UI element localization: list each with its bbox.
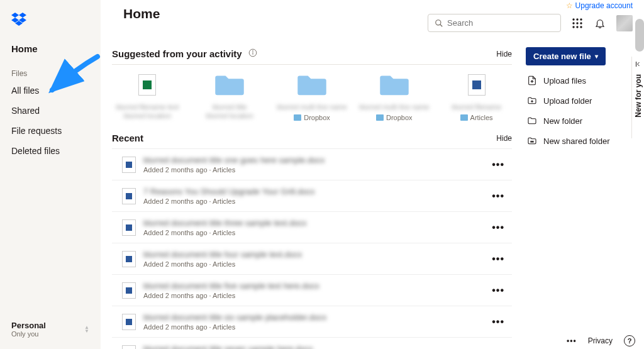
upload-folder-action[interactable]: Upload folder: [526, 91, 633, 111]
new-shared-folder-label: New shared folder: [543, 136, 610, 146]
svg-point-2: [572, 18, 574, 20]
star-icon: ☆: [566, 1, 573, 10]
recent-item[interactable]: blurred document title three sample text…: [112, 211, 512, 243]
help-icon[interactable]: ?: [624, 335, 635, 346]
scrollbar[interactable]: [635, 19, 644, 52]
new-for-you-tab[interactable]: New for you: [631, 57, 644, 138]
recent-item[interactable]: 7 Reasons You Should Upgrade Your Grill.…: [112, 180, 512, 211]
info-icon[interactable]: [248, 48, 257, 57]
page-title: Home: [112, 6, 171, 21]
word-file-icon: [122, 188, 136, 204]
suggested-item[interactable]: blurred multi line nameDropbox: [277, 71, 348, 121]
more-icon[interactable]: •••: [484, 222, 512, 233]
nav-files-label: Files: [0, 60, 101, 80]
recent-item[interactable]: blurred document title five sample text …: [112, 274, 512, 306]
nav-file-requests[interactable]: File requests: [0, 121, 101, 141]
avatar[interactable]: [616, 15, 633, 31]
search-input[interactable]: [446, 18, 554, 28]
more-icon[interactable]: •••: [484, 159, 512, 170]
create-label: Create new file: [533, 52, 591, 61]
folder-mini-icon: [460, 114, 468, 121]
nav-all-files[interactable]: All files: [0, 80, 101, 101]
svg-point-9: [576, 26, 578, 28]
privacy-link[interactable]: Privacy: [588, 336, 613, 345]
suggested-item[interactable]: blurred filenameArticles: [441, 71, 512, 121]
svg-point-7: [580, 22, 582, 24]
recent-item[interactable]: blurred document title four sample text.…: [112, 243, 512, 274]
svg-point-3: [576, 18, 578, 20]
recent-item[interactable]: blurred document title seven sample here…: [112, 337, 512, 349]
footer: ••• Privacy ?: [567, 335, 635, 346]
upgrade-link[interactable]: ☆ Upgrade account: [566, 1, 633, 10]
excel-file-icon: [138, 74, 156, 96]
apps-grid-icon[interactable]: [571, 17, 584, 30]
svg-point-6: [576, 22, 578, 24]
new-folder-icon: [527, 116, 537, 126]
sidebar: Home Files All files Shared File request…: [0, 0, 101, 349]
svg-point-8: [572, 26, 574, 28]
chevron-down-icon: ▾: [595, 53, 598, 60]
search-icon: [435, 19, 443, 28]
recent-hide[interactable]: Hide: [496, 134, 512, 143]
new-folder-action[interactable]: New folder: [526, 111, 633, 131]
account-switcher-icon[interactable]: ▲▼: [84, 326, 89, 333]
upload-files-label: Upload files: [543, 76, 586, 86]
suggested-title: Suggested from your activity: [112, 48, 242, 59]
svg-point-15: [532, 141, 533, 142]
suggested-item[interactable]: blurred multi line nameDropbox: [358, 71, 430, 121]
svg-point-0: [436, 19, 441, 25]
svg-point-13: [252, 51, 253, 52]
word-file-icon: [468, 74, 486, 96]
upgrade-label: Upgrade account: [575, 1, 633, 10]
upload-folder-icon: [527, 96, 537, 106]
footer-more-icon[interactable]: •••: [567, 336, 577, 345]
word-file-icon: [122, 219, 136, 236]
account-label[interactable]: Personal: [11, 321, 46, 330]
account-sub: Only you: [11, 330, 46, 338]
word-file-icon: [122, 345, 136, 350]
folder-mini-icon: [294, 114, 301, 121]
more-icon[interactable]: •••: [484, 253, 512, 265]
nav-home[interactable]: Home: [0, 37, 101, 60]
recent-title: Recent: [112, 133, 143, 143]
folder-mini-icon: [376, 114, 384, 121]
upload-folder-label: Upload folder: [543, 96, 592, 106]
collapse-icon: [635, 60, 642, 68]
svg-point-4: [580, 18, 582, 20]
nav-shared[interactable]: Shared: [0, 101, 101, 121]
new-shared-folder-action[interactable]: New shared folder: [526, 131, 633, 151]
main: ☆ Upgrade account Home S: [101, 0, 644, 349]
more-icon[interactable]: •••: [484, 191, 512, 202]
word-file-icon: [122, 157, 136, 173]
dropbox-logo[interactable]: [0, 8, 101, 37]
upload-file-icon: [527, 75, 537, 86]
word-file-icon: [122, 251, 136, 267]
more-icon[interactable]: •••: [484, 316, 512, 328]
svg-point-14: [531, 141, 532, 142]
svg-line-1: [440, 24, 443, 26]
svg-point-5: [572, 22, 574, 24]
suggested-item[interactable]: blurred filename textblurred location: [112, 71, 183, 121]
suggested-hide[interactable]: Hide: [496, 50, 512, 58]
bell-icon[interactable]: [594, 17, 606, 30]
svg-point-10: [580, 26, 582, 28]
recent-item[interactable]: blurred document title six sample placeh…: [112, 306, 512, 337]
new-for-you-label: New for you: [634, 74, 643, 118]
word-file-icon: [122, 282, 136, 299]
create-new-file-button[interactable]: Create new file ▾: [526, 47, 606, 65]
upload-files-action[interactable]: Upload files: [526, 70, 633, 91]
word-file-icon: [122, 314, 136, 330]
recent-item[interactable]: blurred document title one goes here sam…: [112, 148, 512, 180]
more-icon[interactable]: •••: [484, 285, 512, 296]
right-panel: Create new file ▾ Upload files Upload fo…: [526, 42, 633, 349]
new-folder-label: New folder: [543, 116, 582, 126]
nav-deleted-files[interactable]: Deleted files: [0, 141, 101, 161]
suggested-item[interactable]: blurred titleblurred location: [194, 71, 265, 121]
shared-folder-icon: [527, 136, 537, 146]
search-box[interactable]: [428, 14, 561, 32]
